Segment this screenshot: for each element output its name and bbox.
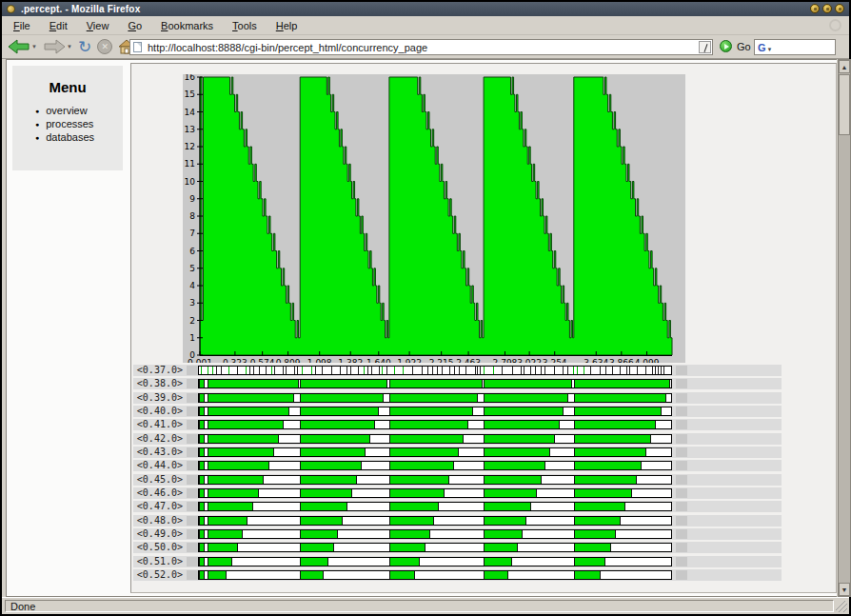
close-button[interactable] [835, 4, 844, 13]
svg-text:0.574: 0.574 [250, 358, 275, 363]
activity-bar[interactable] [198, 502, 672, 511]
sidebar-item-processes[interactable]: ●processes [35, 118, 123, 129]
process-id-label[interactable]: <0.49.0> [133, 528, 183, 540]
run-segment [389, 380, 483, 387]
scroll-up-icon[interactable]: ▲ [839, 60, 850, 73]
maximize-button[interactable] [822, 4, 832, 13]
process-id-label[interactable]: <0.43.0> [133, 447, 183, 458]
row-trail-block [676, 502, 687, 511]
scroll-down-icon[interactable]: ▼ [839, 583, 850, 596]
activity-bar[interactable] [198, 557, 672, 566]
menu-go[interactable]: Go [120, 18, 149, 33]
activity-tick [645, 367, 646, 374]
activity-tick [663, 367, 664, 374]
menu-edit[interactable]: Edit [42, 18, 75, 33]
process-id-label[interactable]: <0.46.0> [133, 487, 183, 499]
svg-text:11: 11 [185, 159, 195, 169]
activity-bar[interactable] [198, 447, 672, 457]
activity-tick [403, 367, 404, 374]
forward-dropdown-icon[interactable]: ▼ [67, 44, 72, 50]
row-lead-block [187, 366, 198, 375]
stop-button[interactable]: ✕ [97, 39, 112, 54]
activity-bar[interactable] [198, 393, 672, 403]
url-text[interactable]: http://localhost:8888/cgi-bin/percept_ht… [148, 42, 427, 53]
sidebar-item-databases[interactable]: ●databases [35, 131, 123, 143]
process-id-label[interactable]: <0.51.0> [133, 556, 183, 567]
title-bar[interactable]: .percept. - Mozilla Firefox [2, 2, 849, 16]
activity-bar[interactable] [198, 407, 672, 416]
process-id-label[interactable]: <0.45.0> [133, 474, 183, 486]
vertical-scrollbar[interactable]: ▲ ▼ [838, 59, 851, 597]
menu-help[interactable]: Help [268, 18, 306, 33]
run-segment [300, 476, 357, 484]
scrollbar-thumb[interactable] [839, 74, 850, 135]
svg-text:1: 1 [189, 333, 195, 343]
svg-text:8: 8 [189, 211, 195, 221]
activity-bar[interactable] [198, 529, 672, 539]
process-id-label[interactable]: <0.44.0> [133, 460, 183, 471]
run-segment [208, 380, 299, 387]
activity-bar[interactable] [198, 366, 672, 375]
activity-bar[interactable] [198, 516, 672, 526]
activity-tick [502, 367, 503, 374]
activity-bar[interactable] [198, 570, 672, 580]
reload-button[interactable]: ↻ [78, 39, 91, 55]
run-segment [208, 517, 248, 525]
row-trail-block [676, 570, 687, 580]
go-button[interactable]: Go [737, 41, 751, 52]
search-input[interactable]: G ▼ [754, 39, 836, 55]
process-id-label[interactable]: <0.39.0> [133, 392, 183, 404]
menu-view[interactable]: View [79, 18, 117, 33]
go-icon[interactable] [720, 40, 732, 52]
activity-bar[interactable] [198, 475, 672, 485]
url-bar[interactable]: http://localhost:8888/cgi-bin/percept_ht… [129, 39, 713, 55]
bullet-icon: ● [35, 134, 39, 141]
svg-text:0.001: 0.001 [188, 358, 212, 363]
run-segment [389, 394, 478, 402]
process-id-label[interactable]: <0.50.0> [133, 542, 183, 553]
activity-tick [437, 367, 438, 374]
back-dropdown-icon[interactable]: ▼ [31, 44, 37, 50]
timeline-row: <0.51.0> [133, 556, 782, 567]
run-segment [199, 407, 205, 415]
menu-tools[interactable]: Tools [225, 18, 265, 33]
activity-tick [480, 367, 481, 374]
process-id-label[interactable]: <0.47.0> [133, 501, 183, 512]
activity-tick [201, 367, 202, 374]
run-segment [300, 380, 387, 387]
process-id-label[interactable]: <0.37.0> [133, 365, 183, 376]
process-id-label[interactable]: <0.40.0> [133, 406, 183, 417]
process-id-label[interactable]: <0.42.0> [133, 433, 183, 445]
process-id-label[interactable]: <0.52.0> [133, 569, 183, 581]
run-segment [574, 407, 662, 415]
forward-button[interactable]: ▼ [43, 39, 72, 55]
shade-button[interactable] [810, 4, 820, 13]
activity-bar[interactable] [198, 420, 672, 429]
run-segment [484, 571, 508, 579]
resize-grip[interactable] [836, 601, 847, 612]
url-history-dropdown[interactable] [699, 41, 711, 53]
activity-bar[interactable] [198, 488, 672, 498]
process-id-label[interactable]: <0.48.0> [133, 515, 183, 527]
activity-bar[interactable] [198, 379, 672, 388]
run-segment [389, 476, 450, 484]
activity-tick [386, 367, 387, 374]
menu-file[interactable]: File [6, 18, 38, 33]
run-segment [300, 503, 347, 510]
back-button[interactable]: ▼ [8, 39, 37, 55]
search-dropdown-icon[interactable]: ▼ [767, 47, 773, 52]
row-trail-block [676, 543, 687, 552]
run-segment [484, 489, 537, 497]
sidebar-item-overview[interactable]: ●overview [35, 105, 123, 116]
process-id-label[interactable]: <0.38.0> [133, 378, 183, 389]
activity-bar[interactable] [198, 461, 672, 470]
menu-bookmarks[interactable]: Bookmarks [153, 18, 221, 33]
search-engine-icon[interactable]: G [758, 42, 766, 53]
activity-bar[interactable] [198, 434, 672, 444]
activity-tick [382, 367, 383, 374]
process-id-label[interactable]: <0.41.0> [133, 419, 183, 430]
activity-tick [274, 367, 275, 374]
timeline-row: <0.42.0> [133, 433, 782, 445]
activity-bar[interactable] [198, 543, 672, 552]
timeline-row: <0.38.0> [133, 378, 782, 389]
